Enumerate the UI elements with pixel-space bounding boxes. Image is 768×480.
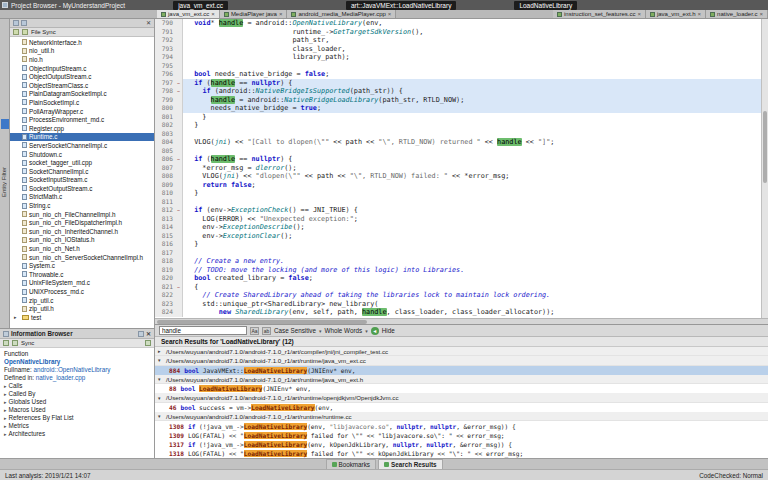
search-result-file-row[interactable]: ▾/Users/wuyuan/android7.1.0/android-7.1.… [155,393,768,402]
tree-item[interactable]: ObjectInputStream.c [10,64,154,73]
tree-item[interactable]: sun_nio_ch_FileDispatcherImpl.h [10,218,154,227]
dock-tab-search-results[interactable]: Search Results [378,459,443,469]
collapse-arrow-icon[interactable]: ▾ [158,357,164,363]
code-line[interactable]: 791 runtime_->GetTargetSdkVersion(), [155,28,768,37]
search-result-file-row[interactable]: ▾/Users/wuyuan/android7.1.0/android-7.1.… [155,412,768,421]
expand-arrow-icon[interactable]: ▸ [4,431,7,437]
code-line[interactable]: 810 } [155,189,768,198]
search-result-match-row[interactable]: 88bool LoadNativeLibrary(JNIEnv* env, [155,384,768,393]
close-tab-icon[interactable]: × [211,11,215,17]
match-word-button[interactable]: ab [262,327,271,335]
code-line[interactable]: 795 [155,62,768,71]
collapse-arrow-icon[interactable]: ▾ [158,376,164,382]
expand-arrow-icon[interactable]: ▸ [4,399,7,405]
project-icon[interactable] [13,20,19,26]
tree-item[interactable]: SocketOutputStream.c [10,184,154,193]
code-line[interactable]: 807 *error_msg = dlerror(); [155,164,768,173]
sync-icon[interactable] [13,29,19,35]
search-result-file-row[interactable]: ▾/Users/wuyuan/android7.1.0/android-7.1.… [155,375,768,384]
current-symbol-box[interactable]: art::JavaVMExt::LoadNativeLibrary [346,1,456,10]
tree-item[interactable]: String.c [10,201,154,210]
tree-item[interactable]: ProcessEnvironment_md.c [10,115,154,124]
code-line[interactable]: 793 class_loader, [155,45,768,54]
field-value-link[interactable]: native_loader.cpp [36,374,85,381]
code-line[interactable]: 798− if (android::NativeBridgeIsSupporte… [155,87,768,96]
expand-arrow-icon[interactable]: ▸ [14,314,20,320]
lock-icon[interactable] [12,340,18,346]
info-section-architectures[interactable]: ▸Architectures [4,430,154,438]
tree-item[interactable]: Throwable.c [10,270,154,279]
expand-arrow-icon[interactable]: ▸ [4,407,7,413]
expand-arrow-icon[interactable]: ▸ [4,415,7,421]
pin-icon[interactable] [138,331,144,337]
scrollbar-thumb[interactable] [763,111,767,183]
tree-item[interactable]: PollArrayWrapper.c [10,107,154,116]
filter-icon[interactable] [22,29,28,35]
tree-item[interactable]: Register.cpp [10,124,154,133]
tree-item[interactable]: Shutdown.c [10,150,154,159]
tree-item[interactable]: NetworkInterface.h [10,38,154,47]
code-line[interactable]: 804 VLOG(jni) << "[Call to dlopen(\"" <<… [155,138,768,147]
code-line[interactable]: 792 path_str, [155,36,768,45]
current-file-box[interactable]: java_vm_ext.cc [173,1,228,10]
code-line[interactable]: 803 [155,130,768,139]
code-line[interactable]: 821− { [155,283,768,292]
tree-item[interactable]: PlainDatagramSocketImpl.c [10,90,154,99]
code-line[interactable]: 800 needs_native_bridge = true; [155,104,768,113]
code-line[interactable]: 809 return false; [155,181,768,190]
code-line[interactable]: 806− if (handle == nullptr) { [155,155,768,164]
search-result-file-row[interactable]: ▸/Users/wuyuan/android7.1.0/android-7.1.… [155,347,768,356]
tree-item[interactable]: ServerSocketChannelImpl.c [10,141,154,150]
fold-marker-icon[interactable]: − [175,155,183,164]
code-line[interactable]: 815 env->ExceptionClear(); [155,232,768,241]
info-section-macros-used[interactable]: ▸Macros Used [4,406,154,414]
current-name-box[interactable]: LoadNativeLibrary [514,1,577,10]
code-line[interactable]: 790 void* handle = android::OpenNativeLi… [155,19,768,28]
search-result-file-row[interactable]: ▾/Users/wuyuan/android7.1.0/android-7.1.… [155,356,768,365]
whole-words-option[interactable]: Whole Words [325,327,363,334]
tree-item[interactable]: ObjectOutputStream.c [10,72,154,81]
close-tab-icon[interactable]: × [759,11,763,17]
tree-item[interactable]: ▸test [10,313,154,322]
tree-item[interactable]: zip_util.c [10,296,154,305]
close-tab-icon[interactable]: × [279,11,283,17]
sync-label[interactable]: Sync [21,340,34,346]
code-line[interactable]: 812− if (env->ExceptionCheck() == JNI_TR… [155,206,768,215]
code-line[interactable]: 808 VLOG(jni) << "dlopen(\"" << path << … [155,172,768,181]
entity-filter-strip[interactable]: Entity Filter [0,19,10,328]
tree-item[interactable]: nio.h [10,55,154,64]
tree-item[interactable]: ObjectStreamClass.c [10,81,154,90]
expand-arrow-icon[interactable]: ▸ [4,391,7,397]
close-panel-icon[interactable]: ✕ [146,331,151,337]
match-case-button[interactable]: Aa [250,327,259,335]
expand-arrow-icon[interactable]: ▸ [4,423,7,429]
file-tab[interactable]: java_vm_ext.h× [646,10,706,18]
code-line[interactable]: 797− if (handle == nullptr) { [155,79,768,88]
code-line[interactable]: 805 [155,147,768,156]
refresh-icon[interactable] [21,20,27,26]
tree-item[interactable]: UNIXProcess_md.c [10,287,154,296]
search-result-match-row[interactable]: 46bool success = vm->LoadNativeLibrary(e… [155,403,768,412]
search-result-match-row[interactable]: 1309LOG(FATAL) << "LoadNativeLibrary fai… [155,431,768,440]
code-line[interactable]: 820 bool created_library = false; [155,274,768,283]
tree-item[interactable]: UnixFileSystem_md.c [10,279,154,288]
close-tab-icon[interactable]: × [698,11,702,17]
tree-item[interactable]: Runtime.c [10,133,154,142]
close-tab-icon[interactable]: × [637,11,641,17]
fold-marker-icon[interactable]: − [175,206,183,215]
dock-tab-bookmarks[interactable]: Bookmarks [326,459,377,469]
info-section-metrics[interactable]: ▸Metrics [4,422,154,430]
tree-item[interactable]: sun_nio_ch_Net.h [10,244,154,253]
info-section-called-by[interactable]: ▸Called By [4,390,154,398]
collapse-arrow-icon[interactable]: ▾ [158,395,164,401]
fold-marker-icon[interactable]: − [175,283,183,292]
code-line[interactable]: 818 // Create a new entry. [155,257,768,266]
expand-arrow-icon[interactable]: ▸ [4,383,7,389]
code-line[interactable]: 819 // TODO: move the locking (and more … [155,266,768,275]
code-line[interactable]: 816 } [155,240,768,249]
case-sensitive-option[interactable]: Case Sensitive [274,327,316,334]
close-tab-icon[interactable]: × [388,11,392,17]
tree-item[interactable]: SocketChannelImpl.c [10,167,154,176]
hide-button[interactable]: Hide [382,327,395,334]
code-line[interactable]: 801 } [155,113,768,122]
